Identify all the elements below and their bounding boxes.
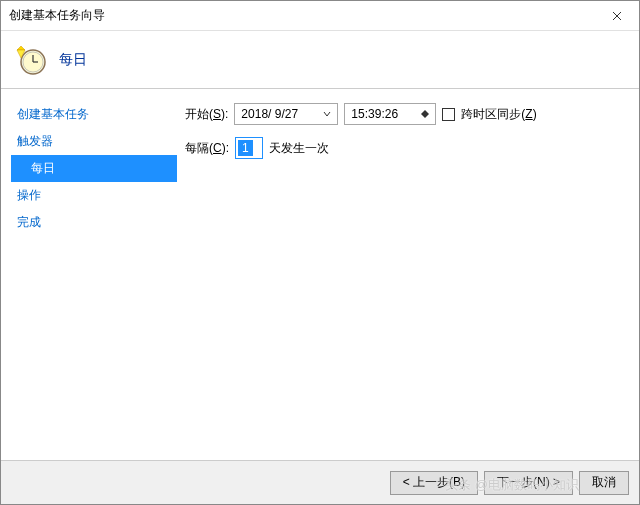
start-time-field[interactable]: 15:39:26 <box>344 103 436 125</box>
close-icon <box>612 11 622 21</box>
interval-row: 每隔(C): 1 天发生一次 <box>185 137 639 159</box>
back-button[interactable]: < 上一步(B) <box>390 471 478 495</box>
wizard-header: 每日 <box>1 31 639 89</box>
start-time-value: 15:39:26 <box>351 107 417 121</box>
sidebar-item-trigger[interactable]: 触发器 <box>11 128 177 155</box>
start-row: 开始(S): 2018/ 9/27 15:39:26 跨时区同步(Z) <box>185 103 639 125</box>
schedule-clock-icon <box>15 44 47 76</box>
wizard-step-title: 每日 <box>59 51 87 69</box>
chevron-down-icon <box>323 110 331 118</box>
interval-input[interactable]: 1 <box>235 137 263 159</box>
next-button[interactable]: 下一步(N) > <box>484 471 573 495</box>
interval-label: 每隔(C): <box>185 140 229 157</box>
start-date-value: 2018/ 9/27 <box>241 107 319 121</box>
svg-marker-4 <box>17 46 25 50</box>
interval-value: 1 <box>238 140 253 156</box>
sidebar-item-action[interactable]: 操作 <box>11 182 177 209</box>
svg-marker-7 <box>421 114 429 118</box>
time-spinner[interactable] <box>417 110 433 118</box>
sidebar-item-finish[interactable]: 完成 <box>11 209 177 236</box>
sync-timezone-label: 跨时区同步(Z) <box>461 106 536 123</box>
titlebar-title: 创建基本任务向导 <box>9 7 105 24</box>
wizard-body: 创建基本任务 触发器 每日 操作 完成 开始(S): 2018/ 9/27 15… <box>1 89 639 460</box>
titlebar: 创建基本任务向导 <box>1 1 639 31</box>
wizard-footer: < 上一步(B) 下一步(N) > 取消 头条 @电脑数码小知识 <box>1 460 639 504</box>
start-label: 开始(S): <box>185 106 228 123</box>
sidebar-item-daily[interactable]: 每日 <box>11 155 177 182</box>
cancel-button[interactable]: 取消 <box>579 471 629 495</box>
sync-timezone-checkbox[interactable] <box>442 108 455 121</box>
start-date-field[interactable]: 2018/ 9/27 <box>234 103 338 125</box>
sidebar-item-create-task[interactable]: 创建基本任务 <box>11 101 177 128</box>
wizard-content: 开始(S): 2018/ 9/27 15:39:26 跨时区同步(Z) <box>177 89 639 460</box>
wizard-sidebar: 创建基本任务 触发器 每日 操作 完成 <box>1 89 177 460</box>
interval-suffix: 天发生一次 <box>269 140 329 157</box>
close-button[interactable] <box>595 1 639 31</box>
triangle-down-icon <box>421 114 429 118</box>
date-dropdown-button[interactable] <box>319 110 335 118</box>
wizard-window: 创建基本任务向导 每日 创建基本任务 触发器 每日 操作 完成 <box>0 0 640 505</box>
